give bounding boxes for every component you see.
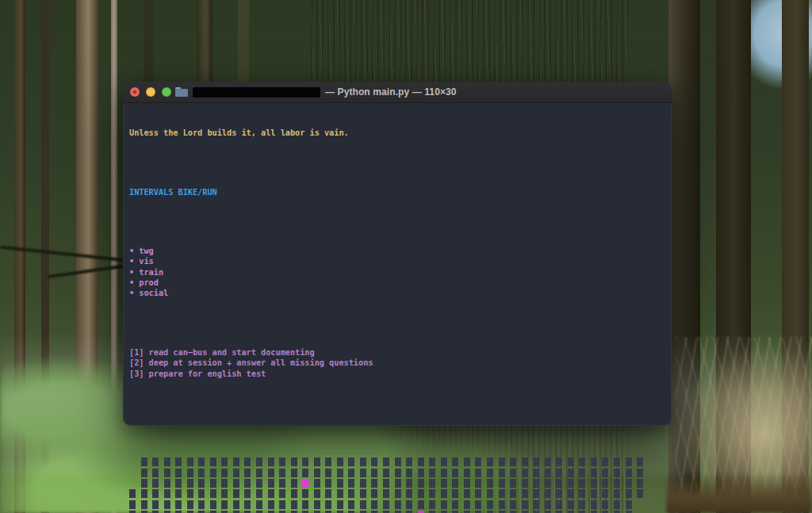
bullet-item: • train	[129, 267, 665, 278]
grid-cell	[545, 489, 551, 498]
grid-cell	[418, 500, 424, 509]
grid-cell	[591, 469, 597, 477]
redacted-title-label	[193, 87, 320, 98]
grid-cell	[418, 479, 424, 488]
grid-cell	[602, 469, 608, 477]
grid-row	[129, 478, 665, 488]
grid-cell	[626, 489, 632, 498]
grid-cell	[268, 457, 274, 466]
bullet-item: • vis	[129, 256, 665, 266]
grid-cell	[198, 469, 205, 477]
grid-cell	[164, 479, 170, 488]
grid-cell	[348, 469, 354, 477]
grid-cell	[499, 479, 505, 488]
grid-cell	[487, 489, 493, 498]
grid-row	[129, 468, 665, 478]
grid-cell	[475, 469, 481, 477]
grid-cell	[348, 489, 354, 498]
grid-cell	[499, 489, 505, 498]
grid-cell	[464, 479, 470, 488]
grid-cell	[602, 489, 608, 498]
grid-cell	[360, 489, 366, 498]
grid-cell	[210, 479, 216, 488]
grid-cell	[256, 469, 262, 477]
grid-cell	[441, 489, 447, 498]
grid-cell	[406, 457, 412, 466]
grid-cell	[591, 479, 597, 488]
grid-cell	[522, 479, 528, 488]
grid-cell	[371, 457, 377, 466]
grid-cell	[244, 479, 251, 488]
grid-cell	[614, 500, 620, 509]
grid-cell	[406, 489, 412, 498]
grid-cell	[233, 457, 239, 466]
window-titlebar[interactable]: — Python main.py — 110×30	[123, 82, 672, 103]
grid-cell	[164, 457, 170, 466]
grid-cell	[510, 500, 516, 509]
grid-cell	[175, 489, 182, 498]
grid-cell	[187, 479, 193, 488]
task-item: [1] read can–bus and start documenting	[129, 347, 665, 358]
bullet-item: • prod	[129, 278, 665, 288]
grid-cell	[614, 469, 620, 477]
grid-cell	[429, 479, 435, 488]
grid-cell	[291, 489, 297, 498]
grid-cell	[233, 489, 239, 498]
grid-cell	[510, 479, 516, 488]
grid-cell	[187, 500, 193, 509]
grid-cell	[395, 469, 401, 477]
grid-cell	[244, 489, 251, 498]
grid-cell	[406, 500, 412, 509]
grid-cell	[579, 500, 585, 509]
grid-cell	[556, 489, 562, 498]
grid-cell	[221, 469, 228, 477]
grid-cell	[591, 457, 597, 466]
quote-line: Unless the Lord builds it, all labor is …	[129, 128, 665, 138]
grid-cell	[568, 469, 574, 477]
task-list: [1] read can–bus and start documenting[2…	[129, 347, 665, 379]
grid-cell	[256, 479, 262, 488]
grid-cell	[244, 457, 251, 466]
grid-cell	[141, 500, 147, 509]
grid-cell	[522, 469, 528, 477]
grid-cell	[487, 500, 493, 509]
grid-cell	[152, 489, 159, 498]
grid-cell	[579, 489, 585, 498]
grid-cell	[556, 479, 562, 488]
grid-cell	[314, 500, 320, 509]
grid-cell	[568, 489, 574, 498]
grid-cell	[418, 469, 424, 477]
close-button[interactable]	[130, 87, 140, 97]
grid-cell	[302, 457, 308, 466]
terminal-content[interactable]: Unless the Lord builds it, all labor is …	[123, 103, 672, 427]
grid-cell	[522, 457, 528, 466]
minimize-button[interactable]	[146, 87, 155, 97]
grid-cell	[545, 469, 551, 477]
grid-cell	[279, 489, 285, 498]
grid-cell	[383, 469, 389, 477]
grid-cell	[441, 500, 447, 509]
grid-cell	[268, 479, 274, 488]
grid-cell	[533, 469, 539, 477]
blank-line	[129, 427, 665, 438]
grid-cell	[221, 479, 228, 488]
grid-cell	[371, 500, 377, 509]
grid-cell	[371, 489, 377, 498]
grid-cell	[221, 457, 228, 466]
grid-cell	[348, 479, 354, 488]
terminal-window[interactable]: — Python main.py — 110×30 Unless the Lor…	[123, 82, 672, 426]
folder-icon	[175, 87, 188, 97]
grid-cell	[210, 500, 216, 509]
grid-cell	[418, 489, 424, 498]
grid-cell	[475, 457, 481, 466]
zoom-button[interactable]	[162, 87, 171, 97]
grid-cell	[221, 500, 228, 509]
grid-cell	[545, 500, 551, 509]
grid-cell	[291, 500, 297, 509]
grid-cell	[556, 500, 562, 509]
grid-cell	[348, 500, 354, 509]
grid-cell	[314, 457, 320, 466]
grid-row	[129, 500, 665, 510]
grid-cell	[164, 500, 170, 509]
grid-cell	[268, 489, 274, 498]
